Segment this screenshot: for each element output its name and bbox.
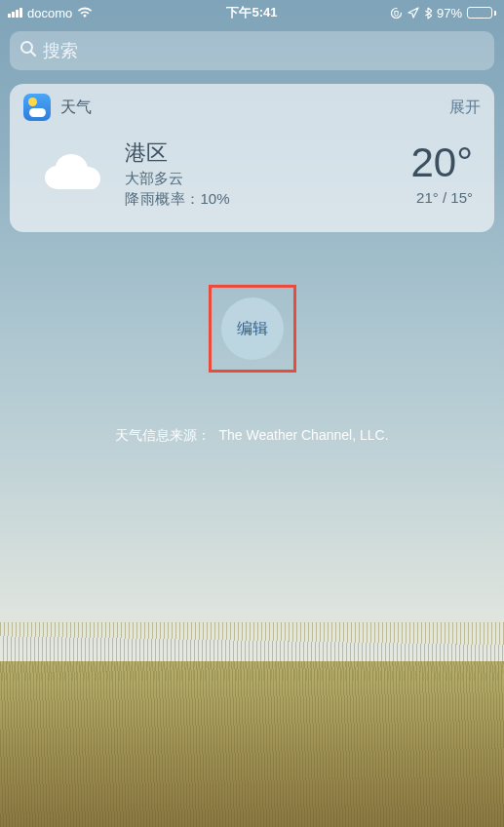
- search-icon: [19, 40, 37, 61]
- attribution-source: The Weather Channel, LLC.: [218, 427, 388, 443]
- precip-label: 降雨概率：: [125, 190, 201, 207]
- battery-icon: [467, 7, 496, 19]
- weather-widget-body: 港区 大部多云 降雨概率：10% 20° 21° / 15°: [10, 129, 494, 232]
- carrier-label: docomo: [27, 6, 72, 20]
- location-icon: [407, 7, 419, 19]
- search-bar[interactable]: [10, 31, 494, 70]
- temp-current: 20°: [410, 142, 473, 183]
- weather-attribution: 天气信息来源：The Weather Channel, LLC.: [0, 427, 504, 445]
- precip-value: 10%: [201, 190, 230, 207]
- svg-line-2: [31, 52, 35, 56]
- weather-app-icon: [23, 94, 51, 121]
- weather-location: 港区: [125, 138, 410, 168]
- temp-high: 21°: [416, 189, 439, 206]
- wifi-icon: [77, 7, 93, 19]
- weather-temp: 20° 21° / 15°: [410, 142, 473, 206]
- temp-range: 21° / 15°: [410, 189, 473, 206]
- cloud-icon: [31, 150, 119, 197]
- annotation-highlight: 编辑: [209, 285, 296, 373]
- temp-sep: /: [439, 189, 451, 206]
- search-input[interactable]: [43, 41, 485, 61]
- weather-widget-header: 天气 展开: [10, 84, 494, 129]
- weather-widget-title: 天气: [60, 98, 440, 118]
- edit-button-label: 编辑: [237, 319, 268, 339]
- weather-condition: 大部多云: [125, 170, 410, 188]
- expand-button[interactable]: 展开: [449, 98, 481, 118]
- weather-info: 港区 大部多云 降雨概率：10%: [119, 138, 410, 209]
- weather-widget[interactable]: 天气 展开 港区 大部多云 降雨概率：10% 20° 21° / 15°: [10, 84, 494, 232]
- cellular-signal-icon: [8, 8, 22, 18]
- temp-low: 15°: [450, 189, 473, 206]
- weather-precip: 降雨概率：10%: [125, 190, 410, 209]
- today-view-screen: docomo 下午5:41 97%: [0, 0, 504, 827]
- svg-point-0: [391, 8, 401, 18]
- battery-percent: 97%: [437, 6, 462, 20]
- wallpaper-grass: [0, 661, 504, 827]
- status-left: docomo: [8, 6, 93, 20]
- edit-button-area: 编辑: [0, 285, 504, 373]
- edit-button[interactable]: 编辑: [221, 297, 284, 360]
- attribution-prefix: 天气信息来源：: [115, 427, 211, 443]
- status-bar: docomo 下午5:41 97%: [0, 0, 504, 25]
- status-right: 97%: [390, 6, 496, 20]
- status-time: 下午5:41: [226, 4, 277, 21]
- bluetooth-icon: [424, 7, 432, 20]
- orientation-lock-icon: [390, 7, 403, 20]
